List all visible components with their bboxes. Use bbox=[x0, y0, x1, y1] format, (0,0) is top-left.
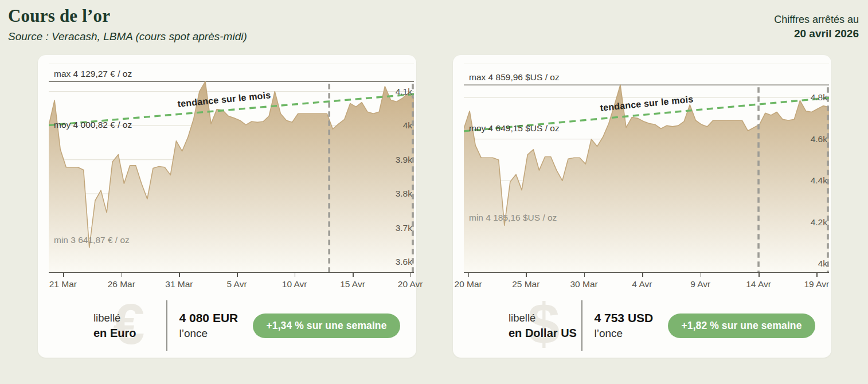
y-axis-tick-label: 3.6k bbox=[396, 257, 412, 267]
max-price-label: max 4 129,27 € / oz bbox=[54, 69, 132, 79]
y-axis-tick-label: 3.8k bbox=[396, 189, 412, 199]
currency-block: $ libellé en Dollar US bbox=[509, 310, 569, 341]
avg-price-label: moy 4 000,82 € / oz bbox=[54, 120, 132, 130]
x-axis-tick-label: 4 Avr bbox=[632, 279, 652, 289]
price-unit: l’once bbox=[179, 327, 234, 340]
y-axis-tick-label: 4.6k bbox=[811, 134, 827, 144]
avg-price-label: moy 4 649,15 $US / oz bbox=[469, 123, 560, 134]
weekly-change-badge: +1,34 % sur une semaine bbox=[253, 314, 401, 338]
x-axis-tick bbox=[63, 272, 64, 277]
y-axis-tick-label: 3.7k bbox=[396, 223, 412, 233]
gold-price-chart-usd[interactable]: max 4 859,96 $US / oz moy 4 649,15 $US /… bbox=[464, 64, 829, 272]
currency-label-line2: en Euro bbox=[93, 326, 154, 341]
max-price-label: max 4 859,96 $US / oz bbox=[469, 72, 560, 83]
current-price-block: 4 753 USD l’once bbox=[595, 311, 649, 340]
x-axis-tick bbox=[701, 272, 702, 277]
page-title: Cours de l’or bbox=[8, 6, 247, 26]
x-axis-tick bbox=[468, 272, 470, 277]
page-subtitle: Source : Veracash, LBMA (cours spot aprè… bbox=[8, 30, 247, 43]
x-axis-tick-label: 26 Mar bbox=[108, 279, 135, 289]
x-axis-tick-label: 21 Mar bbox=[49, 279, 77, 289]
x-axis-tick bbox=[816, 272, 818, 277]
x-axis-tick bbox=[122, 272, 123, 277]
y-axis-tick-label: 4.4k bbox=[811, 175, 827, 186]
weekly-change-badge: +1,82 % sur une semaine bbox=[668, 314, 816, 338]
updated-label: Chiffres arrêtés au bbox=[774, 13, 859, 26]
x-axis-tick bbox=[410, 272, 412, 277]
y-axis-tick-label: 4.8k bbox=[811, 92, 827, 103]
x-axis-tick bbox=[642, 272, 643, 277]
x-axis-tick bbox=[353, 272, 354, 277]
charts-row: max 4 129,27 € / oz moy 4 000,82 € / oz … bbox=[38, 55, 831, 358]
x-axis-tick-label: 31 Mar bbox=[165, 279, 193, 289]
y-axis-tick-label: 4.1k bbox=[396, 87, 412, 97]
x-axis-tick bbox=[584, 272, 585, 277]
vertical-divider bbox=[581, 300, 582, 351]
x-axis-tick bbox=[526, 272, 527, 277]
price-unit: l’once bbox=[595, 327, 649, 340]
x-axis-tick-label: 9 Avr bbox=[690, 279, 710, 289]
gold-price-card-eur: max 4 129,27 € / oz moy 4 000,82 € / oz … bbox=[38, 55, 416, 358]
page-header: Cours de l’or Source : Veracash, LBMA (c… bbox=[0, 0, 868, 43]
area-chart-svg-usd bbox=[464, 64, 829, 272]
min-price-label: min 3 641,87 € / oz bbox=[54, 235, 130, 245]
currency-block: € libellé en Euro bbox=[93, 310, 154, 341]
price-summary-row: $ libellé en Dollar US 4 753 USD l’once … bbox=[453, 298, 831, 353]
header-left: Cours de l’or Source : Veracash, LBMA (c… bbox=[8, 6, 247, 43]
x-axis-tick-label: 30 Mar bbox=[570, 279, 597, 289]
current-price: 4 080 EUR bbox=[179, 311, 234, 325]
currency-label-line1: libellé bbox=[509, 310, 569, 326]
updated-date-block: Chiffres arrêtés au 20 avril 2026 bbox=[774, 13, 859, 41]
x-axis-tick bbox=[295, 272, 296, 277]
vertical-divider bbox=[166, 300, 167, 351]
x-axis: 21 Mar26 Mar31 Mar5 Avr10 Avr15 Avr20 Av… bbox=[49, 272, 414, 293]
x-axis-tick-label: 15 Avr bbox=[340, 279, 365, 289]
x-axis-tick-label: 19 Avr bbox=[804, 279, 829, 289]
current-price: 4 753 USD bbox=[595, 311, 649, 325]
currency-label-line1: libellé bbox=[93, 310, 154, 326]
gold-price-card-usd: max 4 859,96 $US / oz moy 4 649,15 $US /… bbox=[453, 55, 831, 358]
currency-label-line2: en Dollar US bbox=[509, 326, 569, 341]
x-axis-tick bbox=[237, 272, 238, 277]
y-axis-tick-label: 4k bbox=[403, 120, 412, 131]
x-axis-tick-label: 20 Mar bbox=[455, 279, 482, 289]
min-price-label: min 4 185,16 $US / oz bbox=[469, 213, 557, 223]
current-price-block: 4 080 EUR l’once bbox=[179, 311, 234, 340]
y-axis-tick-label: 4k bbox=[818, 258, 827, 269]
x-axis-tick-label: 10 Avr bbox=[282, 279, 307, 289]
x-axis-tick bbox=[179, 272, 180, 277]
x-axis: 20 Mar25 Mar30 Mar4 Avr9 Avr14 Avr19 Avr bbox=[464, 272, 829, 293]
price-summary-row: € libellé en Euro 4 080 EUR l’once +1,34… bbox=[38, 298, 416, 353]
y-axis-tick-label: 4.2k bbox=[811, 217, 827, 228]
x-axis-tick-label: 14 Avr bbox=[746, 279, 771, 289]
x-axis-tick-label: 25 Mar bbox=[512, 279, 539, 289]
y-axis-tick-label: 3.9k bbox=[396, 155, 412, 165]
x-axis-tick bbox=[758, 272, 760, 277]
updated-date: 20 avril 2026 bbox=[774, 26, 859, 41]
x-axis-tick-label: 20 Avr bbox=[398, 279, 423, 289]
x-axis-tick-label: 5 Avr bbox=[227, 279, 247, 289]
gold-price-chart-eur[interactable]: max 4 129,27 € / oz moy 4 000,82 € / oz … bbox=[49, 64, 414, 272]
